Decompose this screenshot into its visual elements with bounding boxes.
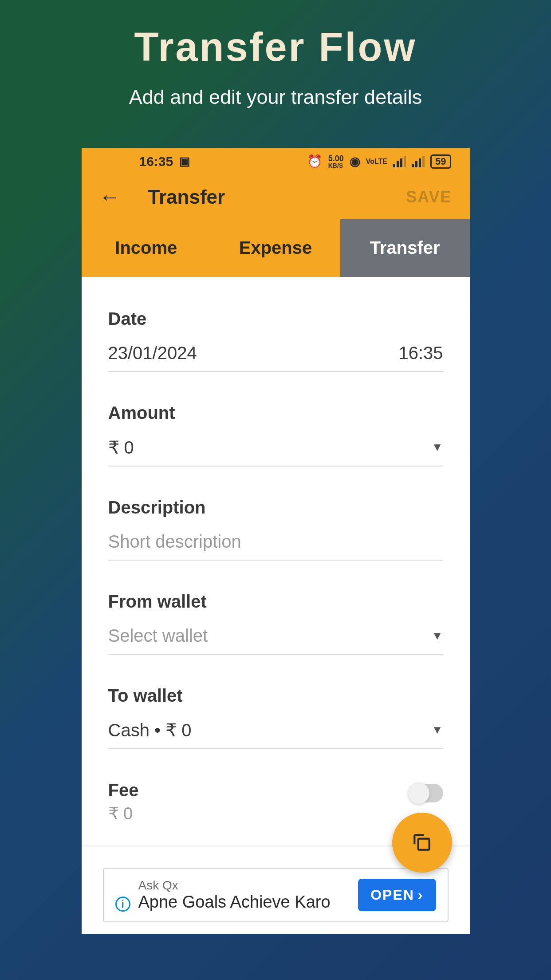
wifi-icon: ◉ [350,154,360,169]
app-bar: ← Transfer SAVE [82,175,470,219]
back-icon[interactable]: ← [99,185,121,209]
copy-fab[interactable] [392,813,452,873]
from-wallet-field[interactable]: From wallet Select wallet ▼ [108,592,443,655]
amount-value[interactable]: ₹ 0 [108,437,134,458]
tabs: Income Expense Transfer [82,219,470,277]
date-label: Date [108,309,443,329]
amount-label: Amount [108,403,443,423]
promo-title: Transfer Flow [134,24,417,70]
phone-screen: 16:35 ▣ ⏰ 5.00 KB/S ◉ VoLTE 59 ← Transfe… [82,148,470,934]
save-button[interactable]: SAVE [406,188,452,206]
chevron-down-icon[interactable]: ▼ [432,440,443,454]
info-icon[interactable]: i [115,897,130,912]
signal-icon-1 [393,156,406,167]
description-field[interactable]: Description Short description [108,498,443,561]
to-wallet-field[interactable]: To wallet Cash • ₹ 0 ▼ [108,686,443,749]
chevron-down-icon[interactable]: ▼ [432,723,443,737]
ad-banner[interactable]: i Ask Qx Apne Goals Achieve Karo OPEN › [103,868,449,922]
chevron-right-icon: › [418,887,424,903]
date-field[interactable]: Date 23/01/2024 16:35 [108,309,443,372]
fee-value: ₹ 0 [108,804,139,823]
from-wallet-label: From wallet [108,592,443,612]
ad-brand: Ask Qx [138,878,350,893]
from-wallet-value[interactable]: Select wallet [108,626,208,646]
ad-title: Apne Goals Achieve Karo [138,893,350,912]
copy-icon [411,831,433,854]
description-input[interactable]: Short description [108,532,443,552]
screen-title: Transfer [148,186,379,208]
volte-label: VoLTE [366,158,387,166]
promo-subtitle: Add and edit your transfer details [129,84,422,111]
toggle-knob [408,782,429,804]
ad-open-button[interactable]: OPEN › [358,879,436,911]
tab-expense[interactable]: Expense [211,219,340,277]
fee-field: Fee ₹ 0 [108,780,443,823]
status-bar: 16:35 ▣ ⏰ 5.00 KB/S ◉ VoLTE 59 [82,148,470,175]
fee-toggle[interactable] [410,784,443,802]
svg-rect-0 [418,839,429,850]
amount-field[interactable]: Amount ₹ 0 ▼ [108,403,443,466]
time-value[interactable]: 16:35 [398,343,443,363]
to-wallet-label: To wallet [108,686,443,706]
alarm-icon: ⏰ [307,154,323,169]
form-content: Date 23/01/2024 16:35 Amount ₹ 0 ▼ Descr… [82,277,470,934]
battery-icon: 59 [430,154,451,169]
to-wallet-value[interactable]: Cash • ₹ 0 [108,720,192,740]
network-speed: 5.00 KB/S [328,154,344,169]
date-value[interactable]: 23/01/2024 [108,343,197,363]
app-indicator-icon: ▣ [179,154,190,168]
signal-icon-2 [412,156,425,167]
status-time: 16:35 [139,154,173,169]
tab-income[interactable]: Income [82,219,211,277]
description-label: Description [108,498,443,518]
fee-label: Fee [108,780,139,800]
chevron-down-icon[interactable]: ▼ [432,629,443,643]
tab-transfer[interactable]: Transfer [340,219,470,277]
